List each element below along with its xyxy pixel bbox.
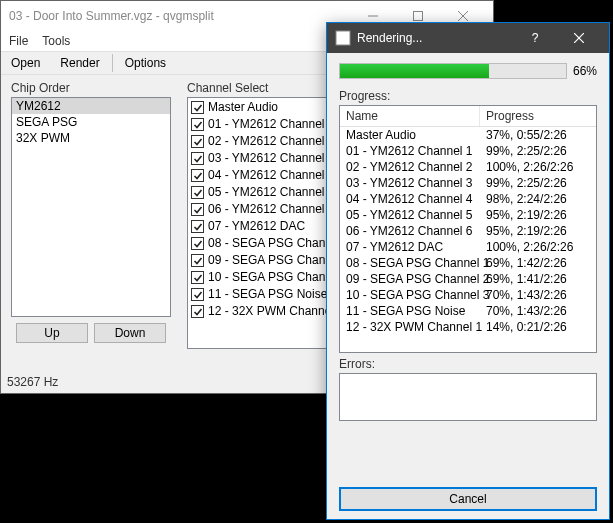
progress-row-name: 02 - YM2612 Channel 2 <box>340 159 480 175</box>
checkbox-icon[interactable] <box>191 152 204 165</box>
progress-row-value: 95%, 2:19/2:26 <box>480 223 573 239</box>
progress-row-name: 12 - 32X PWM Channel 1 <box>340 319 480 335</box>
channel-label: 04 - YM2612 Channel 4 <box>208 167 335 184</box>
svg-rect-1 <box>413 12 422 21</box>
progress-row-name: 08 - SEGA PSG Channel 1 <box>340 255 480 271</box>
chip-item[interactable]: SEGA PSG <box>12 114 170 130</box>
checkbox-icon[interactable] <box>191 135 204 148</box>
toolbar-open[interactable]: Open <box>1 53 50 73</box>
checkbox-icon[interactable] <box>191 186 204 199</box>
overall-progress-bar <box>339 63 567 79</box>
col-progress[interactable]: Progress <box>480 106 540 126</box>
dialog-close-button[interactable] <box>557 23 601 53</box>
progress-fill <box>340 64 489 78</box>
progress-row[interactable]: 04 - YM2612 Channel 498%, 2:24/2:26 <box>340 191 596 207</box>
channel-label: 12 - 32X PWM Channel 1 <box>208 303 344 320</box>
svg-rect-4 <box>336 31 350 45</box>
progress-row[interactable]: 10 - SEGA PSG Channel 370%, 1:43/2:26 <box>340 287 596 303</box>
progress-table[interactable]: Name Progress Master Audio37%, 0:55/2:26… <box>339 105 597 353</box>
progress-row-name: 05 - YM2612 Channel 5 <box>340 207 480 223</box>
menu-file[interactable]: File <box>9 34 28 48</box>
checkbox-icon[interactable] <box>191 305 204 318</box>
checkbox-icon[interactable] <box>191 220 204 233</box>
channel-label: Master Audio <box>208 99 278 116</box>
checkbox-icon[interactable] <box>191 271 204 284</box>
chip-item[interactable]: YM2612 <box>12 98 170 114</box>
up-button[interactable]: Up <box>16 323 88 343</box>
progress-row[interactable]: 02 - YM2612 Channel 2100%, 2:26/2:26 <box>340 159 596 175</box>
progress-row-name: 10 - SEGA PSG Channel 3 <box>340 287 480 303</box>
chip-item[interactable]: 32X PWM <box>12 130 170 146</box>
progress-row-name: Master Audio <box>340 127 480 143</box>
progress-row-value: 70%, 1:43/2:26 <box>480 287 573 303</box>
progress-row-value: 100%, 2:26/2:26 <box>480 239 579 255</box>
progress-row-value: 95%, 2:19/2:26 <box>480 207 573 223</box>
progress-row-name: 09 - SEGA PSG Channel 2 <box>340 271 480 287</box>
down-button[interactable]: Down <box>94 323 166 343</box>
channel-label: 05 - YM2612 Channel 5 <box>208 184 335 201</box>
progress-row[interactable]: 08 - SEGA PSG Channel 169%, 1:42/2:26 <box>340 255 596 271</box>
checkbox-icon[interactable] <box>191 237 204 250</box>
toolbar-render[interactable]: Render <box>50 53 109 73</box>
errors-label: Errors: <box>339 357 597 371</box>
checkbox-icon[interactable] <box>191 203 204 216</box>
progress-row[interactable]: Master Audio37%, 0:55/2:26 <box>340 127 596 143</box>
channel-label: 07 - YM2612 DAC <box>208 218 305 235</box>
progress-row-value: 69%, 1:42/2:26 <box>480 255 573 271</box>
checkbox-icon[interactable] <box>191 118 204 131</box>
progress-row-name: 04 - YM2612 Channel 4 <box>340 191 480 207</box>
chip-order-label: Chip Order <box>11 81 171 95</box>
toolbar-separator <box>112 54 113 72</box>
channel-label: 02 - YM2612 Channel 2 <box>208 133 335 150</box>
checkbox-icon[interactable] <box>191 288 204 301</box>
progress-row-value: 37%, 0:55/2:26 <box>480 127 573 143</box>
channel-label: 03 - YM2612 Channel 3 <box>208 150 335 167</box>
overall-progress-percent: 66% <box>573 64 597 78</box>
progress-row-value: 99%, 2:25/2:26 <box>480 143 573 159</box>
menu-tools[interactable]: Tools <box>42 34 70 48</box>
chip-order-list[interactable]: YM2612SEGA PSG32X PWM <box>11 97 171 317</box>
progress-row[interactable]: 01 - YM2612 Channel 199%, 2:25/2:26 <box>340 143 596 159</box>
progress-row-value: 98%, 2:24/2:26 <box>480 191 573 207</box>
channel-label: 01 - YM2612 Channel 1 <box>208 116 335 133</box>
progress-row[interactable]: 09 - SEGA PSG Channel 269%, 1:41/2:26 <box>340 271 596 287</box>
checkbox-icon[interactable] <box>191 169 204 182</box>
rendering-dialog: Rendering... ? 66% Progress: Name Progre… <box>326 22 610 520</box>
progress-row-name: 11 - SEGA PSG Noise <box>340 303 480 319</box>
progress-label: Progress: <box>339 89 597 103</box>
progress-row-name: 06 - YM2612 Channel 6 <box>340 223 480 239</box>
progress-row-value: 100%, 2:26/2:26 <box>480 159 579 175</box>
progress-row[interactable]: 06 - YM2612 Channel 695%, 2:19/2:26 <box>340 223 596 239</box>
checkbox-icon[interactable] <box>191 101 204 114</box>
progress-row-name: 07 - YM2612 DAC <box>340 239 480 255</box>
dialog-title: Rendering... <box>357 31 513 45</box>
progress-row-value: 14%, 0:21/2:26 <box>480 319 573 335</box>
help-button[interactable]: ? <box>513 23 557 53</box>
progress-row-value: 70%, 1:43/2:26 <box>480 303 573 319</box>
progress-row[interactable]: 12 - 32X PWM Channel 114%, 0:21/2:26 <box>340 319 596 335</box>
progress-row[interactable]: 11 - SEGA PSG Noise70%, 1:43/2:26 <box>340 303 596 319</box>
app-icon <box>335 30 351 46</box>
checkbox-icon[interactable] <box>191 254 204 267</box>
progress-row-name: 03 - YM2612 Channel 3 <box>340 175 480 191</box>
toolbar-options[interactable]: Options <box>115 53 176 73</box>
cancel-button[interactable]: Cancel <box>339 487 597 511</box>
progress-row-name: 01 - YM2612 Channel 1 <box>340 143 480 159</box>
progress-row[interactable]: 03 - YM2612 Channel 399%, 2:25/2:26 <box>340 175 596 191</box>
progress-row-value: 99%, 2:25/2:26 <box>480 175 573 191</box>
window-title: 03 - Door Into Summer.vgz - qvgmsplit <box>9 9 350 23</box>
progress-row[interactable]: 07 - YM2612 DAC100%, 2:26/2:26 <box>340 239 596 255</box>
channel-label: 06 - YM2612 Channel 6 <box>208 201 335 218</box>
dialog-titlebar[interactable]: Rendering... ? <box>327 23 609 53</box>
channel-label: 11 - SEGA PSG Noise <box>208 286 327 303</box>
progress-row[interactable]: 05 - YM2612 Channel 595%, 2:19/2:26 <box>340 207 596 223</box>
errors-box[interactable] <box>339 373 597 421</box>
progress-row-value: 69%, 1:41/2:26 <box>480 271 573 287</box>
col-name[interactable]: Name <box>340 106 480 126</box>
